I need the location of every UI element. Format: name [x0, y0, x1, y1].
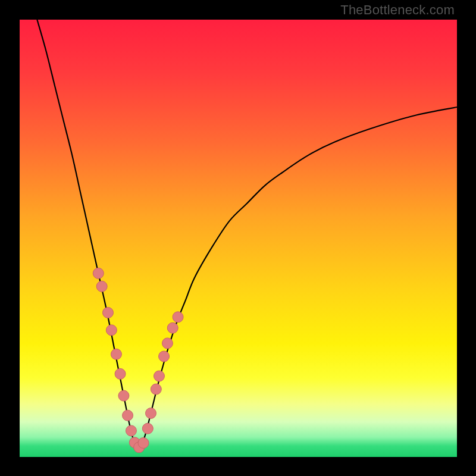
data-marker [146, 408, 156, 419]
data-marker [167, 322, 178, 333]
data-marker [159, 351, 170, 362]
data-marker [138, 437, 149, 448]
plot-area [20, 20, 457, 457]
data-marker [151, 384, 161, 394]
chart-svg [20, 20, 457, 457]
data-marker [126, 425, 136, 436]
data-marker [102, 307, 113, 318]
data-marker [106, 325, 117, 336]
image-frame: TheBottleneck.com [0, 0, 476, 476]
data-marker [173, 312, 183, 322]
data-marker [162, 338, 173, 349]
data-marker [96, 281, 107, 292]
data-marker [93, 268, 104, 278]
data-marker [142, 423, 153, 434]
data-marker [115, 368, 126, 379]
data-marker [154, 371, 164, 381]
data-marker [111, 349, 121, 359]
watermark-text: TheBottleneck.com [340, 2, 455, 18]
data-marker [123, 410, 133, 421]
gradient-background [20, 20, 457, 457]
data-marker [118, 390, 129, 401]
